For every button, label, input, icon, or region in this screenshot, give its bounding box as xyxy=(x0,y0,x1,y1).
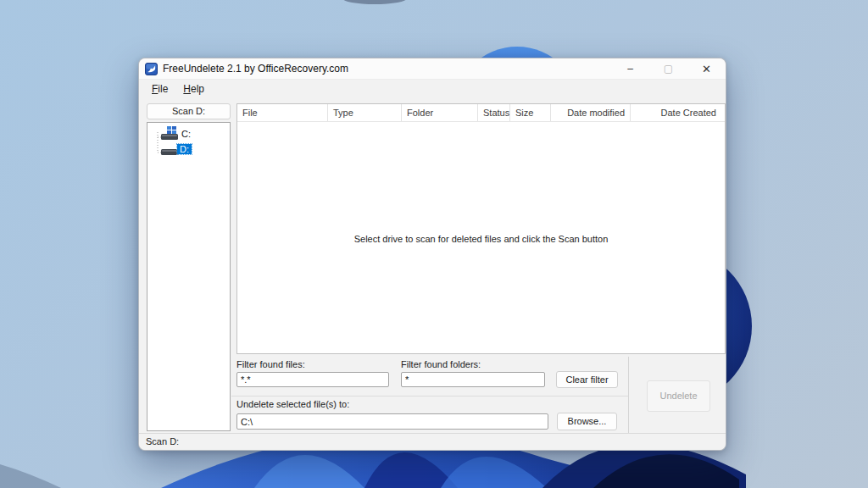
desktop: FreeUndelete 2.1 by OfficeRecovery.com –… xyxy=(0,0,868,488)
maximize-icon: ▢ xyxy=(664,63,673,75)
undelete-button[interactable]: Undelete xyxy=(647,380,710,412)
clear-filter-button[interactable]: Clear filter xyxy=(556,371,618,388)
filter-files-input[interactable] xyxy=(236,372,389,387)
vertical-divider xyxy=(628,357,629,433)
close-icon: ✕ xyxy=(702,63,711,75)
column-header-file[interactable]: File xyxy=(237,104,328,121)
browse-button[interactable]: Browse... xyxy=(557,413,617,430)
restore-destination-label: Undelete selected file(s) to: xyxy=(236,399,349,409)
close-button[interactable]: ✕ xyxy=(687,58,726,79)
drive-tree-panel: C: D: xyxy=(147,122,231,431)
window-title: FreeUndelete 2.1 by OfficeRecovery.com xyxy=(163,63,348,75)
column-header-size[interactable]: Size xyxy=(510,104,551,121)
column-header-date-created[interactable]: Date Created xyxy=(631,104,721,121)
status-text: Scan D: xyxy=(146,436,179,446)
empty-state-message: Select drive to scan for deleted files a… xyxy=(237,234,725,244)
table-body: Select drive to scan for deleted files a… xyxy=(237,122,725,353)
minimize-button[interactable]: – xyxy=(611,58,649,79)
drive-icon-c xyxy=(161,134,178,140)
restore-path-input[interactable] xyxy=(236,413,548,430)
app-logo-icon xyxy=(145,63,158,75)
horizontal-divider xyxy=(231,396,628,396)
menubar: File Help xyxy=(139,80,726,97)
drive-icon-d xyxy=(161,149,178,155)
maximize-button[interactable]: ▢ xyxy=(649,58,687,79)
computer-icon xyxy=(167,126,176,134)
table-header: File Type Folder Status Size Date modifi… xyxy=(237,104,725,122)
tree-item-drive-c[interactable]: C: xyxy=(179,129,193,139)
tree-item-drive-d[interactable]: D: xyxy=(177,144,192,154)
menu-item-help[interactable]: Help xyxy=(177,82,210,97)
minimize-icon: – xyxy=(627,63,633,75)
results-table: File Type Folder Status Size Date modifi… xyxy=(236,103,726,354)
column-header-type[interactable]: Type xyxy=(328,104,402,121)
column-header-date-modified[interactable]: Date modified xyxy=(551,104,631,121)
filter-files-label: Filter found files: xyxy=(236,359,305,369)
window-controls: – ▢ ✕ xyxy=(611,58,726,79)
titlebar: FreeUndelete 2.1 by OfficeRecovery.com –… xyxy=(139,58,726,80)
filter-folders-label: Filter found folders: xyxy=(401,359,481,369)
filter-folders-input[interactable] xyxy=(401,372,545,387)
column-header-status[interactable]: Status xyxy=(478,104,510,121)
freeundelete-window: FreeUndelete 2.1 by OfficeRecovery.com –… xyxy=(138,58,726,451)
scan-drive-button[interactable]: Scan D: xyxy=(147,103,231,119)
menu-item-file[interactable]: File xyxy=(146,82,174,97)
column-header-folder[interactable]: Folder xyxy=(402,104,478,121)
status-bar: Scan D: xyxy=(139,433,726,450)
